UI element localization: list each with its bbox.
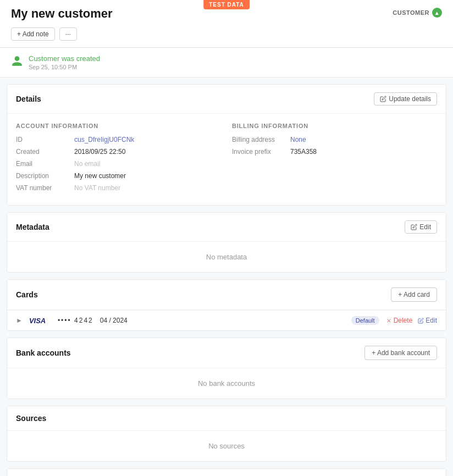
visa-brand: VISA xyxy=(29,317,51,325)
created-label: Created xyxy=(16,148,65,156)
card-expiry: 04 / 2024 xyxy=(100,317,345,324)
description-label: Description xyxy=(16,172,65,180)
metadata-section: Metadata Edit No metadata xyxy=(7,212,446,273)
x-icon xyxy=(386,318,392,324)
card-row: ► VISA •••• 4242 04 / 2024 Default Delet… xyxy=(7,310,446,330)
card-last4: •••• 4242 xyxy=(58,317,93,324)
pencil-icon xyxy=(380,96,386,102)
description-row: Description My new customer xyxy=(16,172,221,180)
metadata-header: Metadata Edit xyxy=(7,213,446,242)
customer-label-text: CUSTOMER xyxy=(393,9,429,16)
metadata-title: Metadata xyxy=(16,223,49,231)
payments-section: Payments + Create payment No payments xyxy=(7,468,446,476)
cards-section: Cards + Add card ► VISA •••• 4242 04 / 2… xyxy=(7,279,446,331)
update-details-button[interactable]: Update details xyxy=(374,92,437,106)
bank-accounts-title: Bank accounts xyxy=(16,348,71,357)
page-title: My new customer xyxy=(11,7,442,27)
sources-section: Sources No sources xyxy=(7,406,446,462)
bank-accounts-empty: No bank accounts xyxy=(7,368,446,398)
email-label: Email xyxy=(16,160,65,168)
card-default-badge: Default xyxy=(351,316,379,325)
notification-bar: Customer was created Sep 25, 10:50 PM xyxy=(0,48,453,78)
bank-accounts-section: Bank accounts + Add bank account No bank… xyxy=(7,337,446,399)
card-actions: Delete Edit xyxy=(386,317,437,324)
metadata-empty: No metadata xyxy=(7,242,446,272)
metadata-edit-button[interactable]: Edit xyxy=(405,220,437,234)
person-icon xyxy=(11,55,23,67)
sources-header: Sources xyxy=(7,406,446,431)
invoice-prefix-label: Invoice prefix xyxy=(232,148,281,156)
description-value: My new customer xyxy=(74,172,126,180)
cards-header: Cards + Add card xyxy=(7,280,446,310)
invoice-prefix-value: 735A358 xyxy=(290,148,317,156)
add-card-button[interactable]: + Add card xyxy=(391,287,437,302)
sources-title: Sources xyxy=(16,414,46,423)
billing-info-title: BILLING INFORMATION xyxy=(232,123,437,129)
details-title: Details xyxy=(16,95,41,103)
bank-accounts-header: Bank accounts + Add bank account xyxy=(7,338,446,368)
details-header: Details Update details xyxy=(7,85,446,114)
notification-date: Sep 25, 10:50 PM xyxy=(29,64,100,70)
billing-address-value: None xyxy=(290,136,306,143)
card-chevron-icon[interactable]: ► xyxy=(16,317,23,324)
created-value: 2018/09/25 22:50 xyxy=(74,148,125,156)
billing-info-group: BILLING INFORMATION Billing address None… xyxy=(232,123,437,196)
customer-label: CUSTOMER ▲ xyxy=(393,8,442,18)
vat-value: No VAT number xyxy=(74,184,120,192)
email-row: Email No email xyxy=(16,160,221,168)
customer-icon: ▲ xyxy=(432,8,442,18)
top-bar: TEST DATA CUSTOMER ▲ My new customer + A… xyxy=(0,0,453,48)
vat-label: VAT number xyxy=(16,184,65,192)
action-row: + Add note ··· xyxy=(11,27,442,47)
email-value: No email xyxy=(74,160,100,168)
id-label: ID xyxy=(16,136,65,143)
test-data-badge: TEST DATA xyxy=(203,0,250,9)
card-delete-button[interactable]: Delete xyxy=(386,317,413,324)
billing-address-label: Billing address xyxy=(232,136,281,143)
billing-address-row: Billing address None xyxy=(232,136,437,143)
details-body: ACCOUNT INFORMATION ID cus_DfreIigjU0FCN… xyxy=(7,114,446,205)
sources-empty: No sources xyxy=(7,431,446,461)
id-value: cus_DfreIigjU0FCNk xyxy=(74,136,134,143)
payments-header: Payments + Create payment xyxy=(7,469,446,476)
created-row: Created 2018/09/25 22:50 xyxy=(16,148,221,156)
more-button[interactable]: ··· xyxy=(59,27,77,41)
id-row: ID cus_DfreIigjU0FCNk xyxy=(16,136,221,143)
cards-title: Cards xyxy=(16,290,38,299)
account-info-title: ACCOUNT INFORMATION xyxy=(16,123,221,129)
add-bank-account-button[interactable]: + Add bank account xyxy=(364,346,437,360)
vat-row: VAT number No VAT number xyxy=(16,184,221,192)
pencil-icon xyxy=(411,224,417,230)
notification-content: Customer was created Sep 25, 10:50 PM xyxy=(29,54,100,70)
card-edit-button[interactable]: Edit xyxy=(418,317,437,324)
invoice-prefix-row: Invoice prefix 735A358 xyxy=(232,148,437,156)
notification-text: Customer was created xyxy=(29,54,100,63)
pencil-small-icon xyxy=(418,318,424,324)
details-section: Details Update details ACCOUNT INFORMATI… xyxy=(7,84,446,206)
account-info-group: ACCOUNT INFORMATION ID cus_DfreIigjU0FCN… xyxy=(16,123,221,196)
add-note-button[interactable]: + Add note xyxy=(11,27,55,41)
